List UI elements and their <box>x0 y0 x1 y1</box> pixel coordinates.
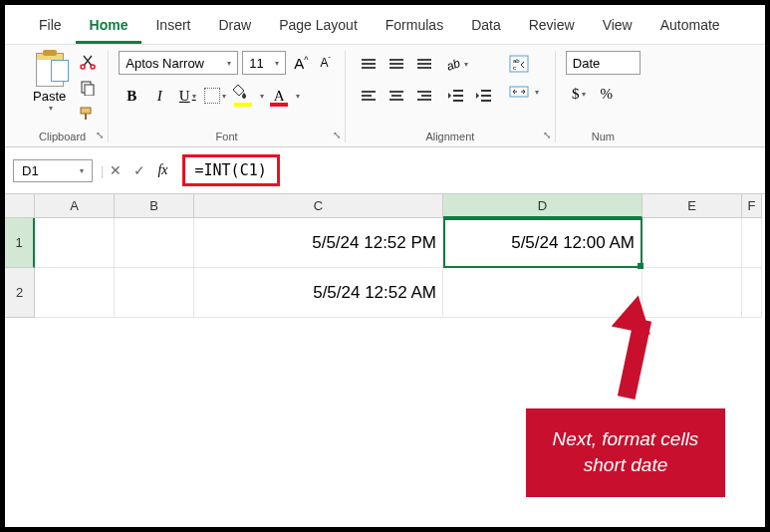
tab-pagelayout[interactable]: Page Layout <box>265 9 372 44</box>
align-bottom-button[interactable] <box>411 51 437 77</box>
select-all-corner[interactable] <box>5 194 35 218</box>
group-label-clipboard: Clipboard <box>27 131 98 142</box>
svg-text:c: c <box>513 65 516 71</box>
dialog-launcher-icon[interactable]: ⤡ <box>96 130 104 140</box>
chevron-down-icon[interactable]: ▾ <box>296 92 300 101</box>
font-name-value: Aptos Narrow <box>126 56 204 71</box>
svg-rect-4 <box>81 108 91 114</box>
fx-icon[interactable]: fx <box>151 162 173 178</box>
group-label-font: Font <box>119 131 335 142</box>
cell-f1[interactable] <box>742 218 762 268</box>
formula-input[interactable]: =INT(C1) <box>174 151 758 189</box>
paste-button[interactable]: Paste ▾ <box>27 51 72 115</box>
tab-formulas[interactable]: Formulas <box>372 9 457 44</box>
row-header-1[interactable]: 1 <box>5 218 35 268</box>
chevron-down-icon: ▾ <box>192 92 196 101</box>
tab-view[interactable]: View <box>589 9 646 44</box>
decrease-indent-button[interactable] <box>443 83 469 109</box>
group-label-alignment: Alignment <box>356 131 545 142</box>
cell-f2[interactable] <box>742 268 762 318</box>
col-header-b[interactable]: B <box>115 194 194 218</box>
format-painter-icon[interactable] <box>78 105 98 123</box>
group-font: Aptos Narrow ▾ 11 ▾ A^ Aˇ B I U▾ ▾ <box>109 51 346 142</box>
col-header-a[interactable]: A <box>35 194 115 218</box>
dialog-launcher-icon[interactable]: ⤡ <box>543 130 551 140</box>
cell-a2[interactable] <box>35 268 115 318</box>
svg-rect-10 <box>481 90 491 92</box>
tab-data[interactable]: Data <box>457 9 515 44</box>
bold-button[interactable]: B <box>119 83 144 109</box>
font-color-button[interactable]: A <box>266 83 292 109</box>
align-center-button[interactable] <box>384 83 409 109</box>
chevron-down-icon: ▾ <box>80 166 84 175</box>
orientation-button[interactable]: ab ▾ <box>443 51 469 77</box>
cell-c1[interactable]: 5/5/24 12:52 PM <box>194 218 443 268</box>
increase-indent-button[interactable] <box>471 83 497 109</box>
chevron-down-icon: ▾ <box>275 59 279 68</box>
align-top-button[interactable] <box>356 51 382 77</box>
number-format-select[interactable]: Date <box>566 51 641 75</box>
col-header-e[interactable]: E <box>642 194 742 218</box>
enter-formula-icon[interactable]: ✓ <box>128 160 151 180</box>
paste-label: Paste <box>33 89 66 104</box>
group-number: Date $▾ % Num <box>556 51 650 142</box>
tab-insert[interactable]: Insert <box>141 9 204 44</box>
tab-draw[interactable]: Draw <box>204 9 265 44</box>
chevron-down-icon[interactable]: ▾ <box>260 92 264 101</box>
col-header-f[interactable]: F <box>742 194 762 218</box>
cell-a1[interactable] <box>35 218 115 268</box>
svg-rect-8 <box>453 95 463 97</box>
wrap-text-button[interactable]: abc <box>503 53 545 75</box>
svg-point-1 <box>91 65 95 69</box>
copy-icon[interactable] <box>78 79 98 97</box>
cell-c2[interactable]: 5/5/24 12:52 AM <box>194 268 443 318</box>
font-name-select[interactable]: Aptos Narrow ▾ <box>119 51 238 75</box>
align-right-button[interactable] <box>411 83 437 109</box>
svg-rect-3 <box>85 85 94 96</box>
italic-button[interactable]: I <box>146 83 172 109</box>
name-box[interactable]: D1 ▾ <box>13 159 93 182</box>
fill-color-button[interactable] <box>230 83 256 109</box>
annotation-text: Next, format cells short date <box>526 408 725 497</box>
cancel-formula-icon[interactable]: ✕ <box>104 160 128 180</box>
svg-rect-11 <box>481 95 491 97</box>
percent-button[interactable]: % <box>594 81 620 107</box>
cell-d2[interactable] <box>443 268 642 318</box>
col-header-c[interactable]: C <box>194 194 443 218</box>
cell-e2[interactable] <box>642 268 742 318</box>
tab-review[interactable]: Review <box>515 9 589 44</box>
name-box-value: D1 <box>22 163 39 178</box>
ribbon-tabs: File Home Insert Draw Page Layout Formul… <box>5 5 765 45</box>
cell-e1[interactable] <box>642 218 742 268</box>
decrease-font-icon[interactable]: Aˇ <box>317 54 335 72</box>
cut-icon[interactable] <box>78 53 98 71</box>
align-left-button[interactable] <box>356 83 382 109</box>
group-alignment: ab ▾ abc ▾ Alignment ⤡ <box>346 51 556 142</box>
border-button[interactable]: ▾ <box>202 83 228 109</box>
cell-d1[interactable]: 5/5/24 12:00 AM <box>443 218 642 268</box>
chevron-down-icon: ▾ <box>222 92 226 101</box>
formula-bar: D1 ▾ | ✕ ✓ fx =INT(C1) <box>5 147 765 194</box>
increase-font-icon[interactable]: A^ <box>290 53 312 74</box>
align-middle-button[interactable] <box>384 51 409 77</box>
row-header-2[interactable]: 2 <box>5 268 35 318</box>
chevron-down-icon: ▾ <box>227 59 231 68</box>
font-size-select[interactable]: 11 ▾ <box>242 51 286 75</box>
dialog-launcher-icon[interactable]: ⤡ <box>333 130 341 140</box>
group-label-number: Num <box>566 131 641 142</box>
chevron-down-icon: ▾ <box>464 60 468 69</box>
currency-button[interactable]: $▾ <box>566 81 592 107</box>
col-header-d[interactable]: D <box>443 194 642 218</box>
tab-automate[interactable]: Automate <box>646 9 734 44</box>
formula-text: =INT(C1) <box>182 154 280 186</box>
chevron-down-icon: ▾ <box>582 90 586 99</box>
tab-home[interactable]: Home <box>76 9 142 44</box>
svg-rect-5 <box>85 114 87 120</box>
svg-rect-12 <box>481 100 491 102</box>
underline-button[interactable]: U▾ <box>174 83 200 109</box>
merge-center-button[interactable]: ▾ <box>503 81 545 103</box>
font-size-value: 11 <box>249 56 263 71</box>
cell-b1[interactable] <box>115 218 194 268</box>
tab-file[interactable]: File <box>25 9 76 44</box>
cell-b2[interactable] <box>115 268 194 318</box>
